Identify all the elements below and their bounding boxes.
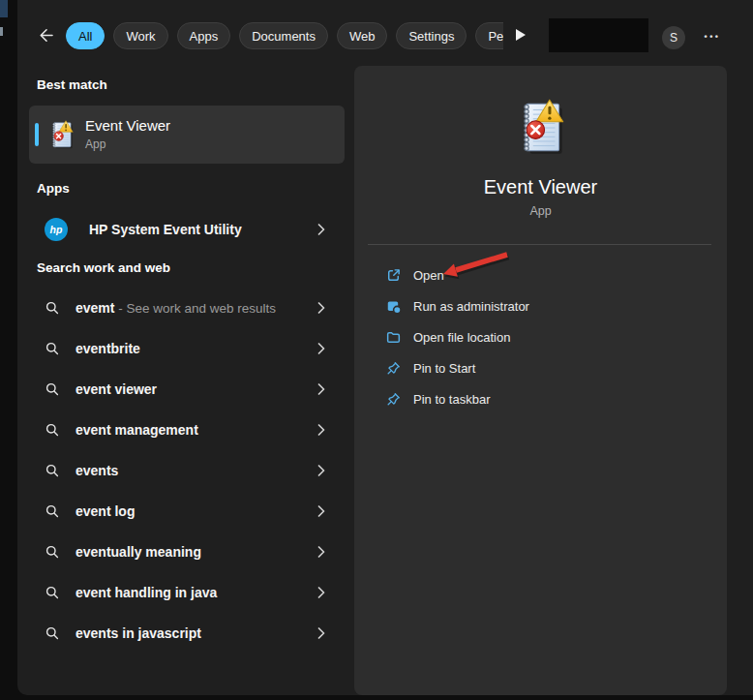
chevron-right-icon bbox=[317, 383, 325, 395]
chevron-right-icon bbox=[317, 465, 325, 476]
search-web-heading: Search work and web bbox=[37, 260, 170, 275]
divider bbox=[368, 244, 711, 245]
search-icon bbox=[45, 463, 60, 478]
suggestion-label: event handling in java bbox=[75, 572, 217, 613]
filter-tab-settings[interactable]: Settings bbox=[396, 22, 467, 49]
redacted-area bbox=[549, 18, 648, 52]
filter-tab-label: Documents bbox=[252, 29, 316, 44]
filter-tab-apps[interactable]: Apps bbox=[177, 22, 231, 49]
filter-tab-label: All bbox=[78, 29, 92, 44]
web-suggestion-row[interactable]: eventbrite bbox=[29, 328, 345, 369]
more-options-icon[interactable]: ••• bbox=[699, 27, 726, 46]
desktop-fragment bbox=[0, 27, 3, 36]
action-open-file-location[interactable]: Open file location bbox=[368, 321, 712, 352]
app-result-hp-system-event-utility[interactable]: hp HP System Event Utility bbox=[29, 209, 345, 250]
desktop-fragment bbox=[0, 0, 8, 17]
back-arrow-icon bbox=[36, 25, 56, 49]
pin-icon bbox=[385, 391, 402, 408]
filter-tab-label: Web bbox=[349, 29, 376, 44]
event-viewer-icon bbox=[45, 118, 77, 151]
search-icon bbox=[45, 503, 60, 519]
filter-tab-web[interactable]: Web bbox=[337, 22, 388, 49]
search-icon bbox=[45, 544, 60, 560]
pin-icon bbox=[385, 360, 402, 377]
suggestion-label: event viewer bbox=[75, 369, 157, 410]
web-suggestion-row[interactable]: event log bbox=[29, 491, 345, 532]
search-icon bbox=[45, 585, 60, 600]
chevron-right-icon bbox=[317, 505, 325, 517]
detail-app-title: Event Viewer bbox=[354, 176, 727, 198]
result-subtitle: App bbox=[85, 137, 105, 151]
web-suggestion-row[interactable]: eventually meaning bbox=[29, 532, 345, 572]
action-pin-to-taskbar[interactable]: Pin to taskbar bbox=[368, 383, 712, 414]
suggestion-suffix: - See work and web results bbox=[114, 301, 276, 316]
hp-logo-icon: hp bbox=[45, 218, 68, 241]
action-label: Run as administrator bbox=[413, 299, 529, 314]
filter-tab-label: Peop bbox=[488, 29, 503, 44]
chevron-right-icon bbox=[317, 302, 325, 314]
action-label: Open bbox=[413, 268, 444, 283]
suggestion-label: evemt - See work and web results bbox=[75, 288, 276, 328]
chevron-right-icon bbox=[317, 587, 325, 598]
apps-heading: Apps bbox=[37, 181, 70, 196]
folder-icon bbox=[385, 329, 402, 346]
search-icon bbox=[45, 422, 60, 438]
web-suggestion-row[interactable]: events bbox=[29, 450, 345, 491]
chevron-right-icon bbox=[317, 424, 325, 436]
run-admin-icon bbox=[385, 298, 402, 315]
app-result-label: HP System Event Utility bbox=[89, 209, 242, 250]
action-list: Open Run as administrator Open file loca… bbox=[368, 259, 712, 414]
best-match-result[interactable]: Event Viewer App bbox=[29, 106, 345, 164]
action-label: Open file location bbox=[413, 330, 510, 345]
chevron-right-icon bbox=[317, 546, 325, 558]
suggestion-label: eventbrite bbox=[75, 328, 140, 369]
open-external-icon bbox=[385, 267, 402, 284]
search-icon bbox=[45, 341, 60, 356]
action-run-as-administrator[interactable]: Run as administrator bbox=[368, 290, 712, 321]
chevron-right-icon bbox=[317, 224, 325, 235]
action-open[interactable]: Open bbox=[368, 259, 712, 290]
web-suggestion-row[interactable]: event handling in java bbox=[29, 572, 345, 613]
web-suggestion-row[interactable]: event management bbox=[29, 410, 345, 450]
action-label: Pin to Start bbox=[413, 361, 475, 376]
filter-tab-documents[interactable]: Documents bbox=[239, 22, 328, 49]
web-suggestion-row[interactable]: event viewer bbox=[29, 369, 345, 410]
hp-logo-letters: hp bbox=[50, 224, 63, 235]
action-pin-to-start[interactable]: Pin to Start bbox=[368, 352, 712, 383]
detail-app-type: App bbox=[354, 204, 727, 218]
result-title: Event Viewer bbox=[85, 117, 170, 134]
suggestion-label: event log bbox=[75, 491, 135, 532]
filter-tab-label: Work bbox=[126, 29, 155, 44]
filter-tab-label: Settings bbox=[408, 29, 454, 44]
ellipsis-glyph: ••• bbox=[705, 32, 721, 42]
chevron-right-icon bbox=[317, 343, 325, 354]
web-suggestion-row[interactable]: evemt - See work and web results bbox=[29, 288, 345, 328]
filter-tab-label: Apps bbox=[190, 29, 219, 44]
tabs-scroll-right-icon[interactable] bbox=[516, 29, 526, 41]
filter-tab-people[interactable]: Peop bbox=[475, 22, 503, 49]
suggestion-label: events in javascript bbox=[75, 613, 201, 654]
suggestion-label: events bbox=[75, 450, 118, 491]
best-match-heading: Best match bbox=[37, 77, 107, 92]
action-label: Pin to taskbar bbox=[413, 392, 491, 407]
filter-tab-work[interactable]: Work bbox=[113, 22, 167, 49]
search-icon bbox=[45, 625, 60, 641]
search-filter-tabs: All Work Apps Documents Web Settings Peo… bbox=[66, 21, 503, 50]
chevron-right-icon bbox=[317, 627, 325, 639]
suggestion-label: event management bbox=[75, 410, 198, 450]
event-viewer-icon-large bbox=[508, 95, 572, 159]
selection-accent-bar bbox=[35, 123, 39, 146]
back-button[interactable] bbox=[33, 24, 58, 49]
suggestion-label: eventually meaning bbox=[75, 532, 201, 572]
search-icon bbox=[45, 300, 60, 316]
result-detail-panel: Event Viewer App Open Run as administrat… bbox=[354, 66, 727, 695]
avatar-letter: S bbox=[670, 31, 678, 45]
search-icon bbox=[45, 381, 60, 397]
filter-tab-all[interactable]: All bbox=[66, 22, 105, 49]
web-suggestion-row[interactable]: events in javascript bbox=[29, 613, 345, 654]
account-avatar[interactable]: S bbox=[662, 26, 685, 49]
